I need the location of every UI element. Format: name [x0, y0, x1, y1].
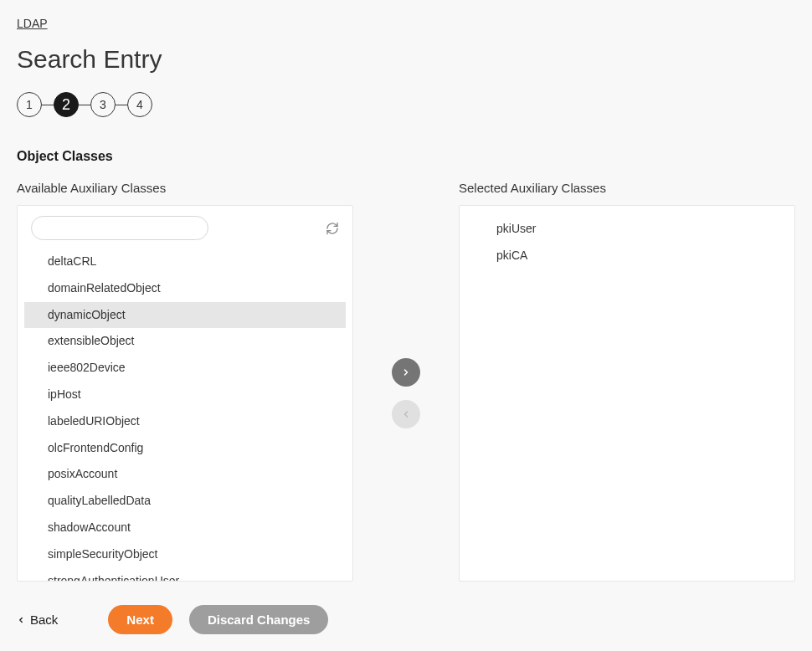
back-button[interactable]: Back	[17, 613, 58, 627]
list-item[interactable]: strongAuthenticationUser	[24, 568, 346, 582]
available-column: Available Auxiliary Classes	[17, 181, 353, 582]
refresh-icon	[326, 222, 339, 235]
wizard-step-2[interactable]: 2	[54, 92, 79, 117]
next-button[interactable]: Next	[108, 605, 172, 634]
wizard-step-3[interactable]: 3	[90, 92, 116, 117]
list-item[interactable]: olcFrontendConfig	[24, 435, 346, 462]
step-connector	[116, 105, 127, 105]
chevron-right-icon	[401, 367, 411, 377]
refresh-button[interactable]	[326, 222, 339, 235]
list-item[interactable]: shadowAccount	[24, 515, 346, 541]
list-item[interactable]: pkiUser	[466, 216, 788, 243]
move-left-button	[392, 400, 420, 428]
selected-column: Selected Auxiliary Classes pkiUserpkiCA	[459, 181, 795, 582]
section-title-object-classes: Object Classes	[17, 149, 795, 164]
step-connector	[42, 105, 54, 105]
list-item[interactable]: pkiCA	[466, 243, 788, 269]
page-title: Search Entry	[17, 45, 795, 74]
available-list-box: deltaCRLdomainRelatedObjectdynamicObject…	[17, 205, 353, 582]
available-label: Available Auxiliary Classes	[17, 181, 353, 195]
back-label: Back	[30, 613, 58, 627]
list-item[interactable]: domainRelatedObject	[24, 275, 346, 302]
available-list: deltaCRLdomainRelatedObjectdynamicObject…	[24, 249, 346, 582]
breadcrumb-ldap[interactable]: LDAP	[17, 17, 48, 30]
search-row	[24, 216, 346, 249]
list-item[interactable]: labeledURIObject	[24, 408, 346, 435]
list-item[interactable]: dynamicObject	[24, 302, 346, 329]
list-item[interactable]: extensibleObject	[24, 328, 346, 355]
discard-button[interactable]: Discard Changes	[189, 605, 329, 634]
list-item[interactable]: ieee802Device	[24, 355, 346, 382]
wizard-step-1[interactable]: 1	[17, 92, 42, 117]
wizard-stepper: 1234	[17, 92, 795, 117]
step-connector	[79, 105, 90, 105]
selected-label: Selected Auxiliary Classes	[459, 181, 795, 195]
chevron-left-icon	[17, 616, 25, 624]
chevron-left-icon	[401, 409, 411, 419]
dual-list-panel: Available Auxiliary Classes	[17, 181, 795, 582]
selected-list: pkiUserpkiCA	[466, 216, 788, 269]
list-item[interactable]: simpleSecurityObject	[24, 541, 346, 568]
list-item[interactable]: deltaCRL	[24, 249, 346, 275]
transfer-buttons-column	[353, 358, 459, 428]
wizard-step-4[interactable]: 4	[127, 92, 152, 117]
wizard-footer: Back Next Discard Changes	[17, 605, 795, 634]
search-wrap	[31, 216, 317, 240]
list-item[interactable]: ipHost	[24, 382, 346, 408]
list-item[interactable]: posixAccount	[24, 461, 346, 488]
move-right-button[interactable]	[392, 358, 420, 387]
list-item[interactable]: qualityLabelledData	[24, 488, 346, 515]
search-input[interactable]	[31, 216, 208, 240]
selected-list-box: pkiUserpkiCA	[459, 205, 795, 582]
